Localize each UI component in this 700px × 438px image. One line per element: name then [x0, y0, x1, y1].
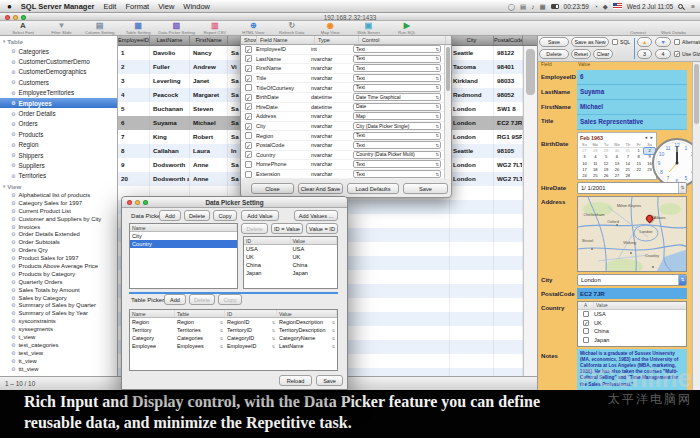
control-dropdown[interactable]: Date⇅ [353, 103, 441, 111]
menu-format[interactable]: Format [125, 0, 149, 13]
sidebar-item-order-details-extended[interactable]: ⚙Order Details Extended [0, 231, 117, 239]
grid-scrollbar[interactable] [523, 46, 537, 376]
sidebar-item-categories[interactable]: ⚙Categories [0, 46, 117, 56]
sidebar-item-products[interactable]: ⚙Products [0, 129, 117, 139]
table-setting-button[interactable]: ▦Table Setting [119, 21, 157, 35]
prev-record-button[interactable]: ▲ [637, 37, 652, 47]
disclosure-triangle-icon[interactable]: ▾ [3, 184, 5, 189]
web-server-button[interactable]: ▣Web Server [350, 21, 388, 35]
menu-edit[interactable]: Edit [104, 0, 117, 13]
sidebar-item-sales-totals-by-amount[interactable]: ⚙Sales Totals by Amount [0, 286, 117, 294]
country-checkbox[interactable]: ✓ [583, 320, 589, 326]
column-header-city[interactable]: City [450, 36, 494, 45]
clear-and-save-button[interactable]: Clear And Save [298, 183, 343, 194]
sidebar-item-alphabetical-list-of-products[interactable]: ⚙Alphabetical list of products [0, 191, 117, 199]
picker-row-city[interactable]: City [130, 232, 237, 240]
table-picker-add-button[interactable]: Add [164, 294, 186, 305]
picker-add-button[interactable]: Add [159, 210, 181, 221]
calendar-day[interactable] [633, 173, 644, 179]
sidebar-item-invoices[interactable]: ⚙Invoices [0, 223, 117, 231]
table-picker-delete-button[interactable]: Delete [189, 294, 215, 305]
dialog-titlebar[interactable]: Data Picker Setting [122, 197, 347, 208]
dialog-minimize-button[interactable] [135, 200, 140, 205]
sidebar-item-customerdemographics[interactable]: ⚙CustomerDemographics [0, 67, 117, 77]
sidebar-item-orders-qry[interactable]: ⚙Orders Qry [0, 246, 117, 254]
hire-date-stepper-icon[interactable]: ⇅ [678, 183, 686, 193]
show-checkbox[interactable] [245, 161, 252, 168]
picker-delete-button[interactable]: Delete [184, 210, 210, 221]
city-dropdown-arrows-icon[interactable]: ⇅ [678, 275, 686, 285]
sidebar-item-suppliers[interactable]: ⚙Suppliers [0, 160, 117, 170]
sidebar-item-summary-of-sales-by-quarter[interactable]: ⚙Summary of Sales by Quarter [0, 302, 117, 310]
spotlight-search-icon[interactable] [678, 4, 683, 9]
show-checkbox[interactable]: ✓ [245, 142, 252, 149]
show-checkbox[interactable]: ✓ [245, 103, 252, 110]
html-view-button[interactable]: ⊕HTML View [234, 21, 272, 35]
sidebar-item-sales-by-category[interactable]: ⚙Sales by Category [0, 294, 117, 302]
menu-clock[interactable]: Wed 2 Jul 11:05 [627, 3, 673, 10]
sidebar-item-products-by-category[interactable]: ⚙Products by Category [0, 270, 117, 278]
column-setting-scrollbar[interactable] [444, 45, 451, 179]
sidebar-item-customercustomerdemo[interactable]: ⚙CustomerCustomerDemo [0, 56, 117, 66]
value-row[interactable]: UKUK [244, 253, 337, 261]
table-picker-popup[interactable]: Territories⇅ [175, 327, 225, 333]
table-picker-copy-button[interactable]: Copy [218, 294, 242, 305]
show-checkbox[interactable]: ✓ [245, 46, 252, 53]
table-picker-popup[interactable]: CategoryID⇅ [225, 335, 277, 341]
sidebar-item-territories[interactable]: ⚙Territories [0, 171, 117, 181]
display-icon[interactable]: ▦ [539, 0, 545, 13]
table-picker-popup[interactable]: Region⇅ [175, 319, 225, 325]
apple-menu-icon[interactable]: ● [7, 0, 12, 13]
add-value-button[interactable]: Add Value [241, 210, 279, 221]
sidebar-item-products-above-average-price[interactable]: ⚙Products Above Average Price [0, 262, 117, 270]
app-menu[interactable]: SQL Server Manager [21, 0, 95, 13]
table-picker-popup[interactable]: Categories⇅ [175, 335, 225, 341]
alternative-checkbox[interactable]: Alternati [674, 39, 700, 45]
show-checkbox[interactable] [245, 84, 252, 91]
control-dropdown[interactable]: Text⇅ [353, 64, 441, 72]
table-picker-popup[interactable]: EmployeeID⇅ [225, 343, 277, 349]
input-language-flag-icon[interactable] [613, 3, 622, 9]
menu-window[interactable]: Window [183, 0, 210, 13]
export-csv-button[interactable]: ▥Export CSV [196, 21, 234, 35]
show-checkbox[interactable]: ✓ [245, 94, 252, 101]
show-checkbox[interactable] [245, 132, 252, 139]
sidebar-item-t-view[interactable]: ⚙t_view [0, 333, 117, 341]
value-row[interactable]: ChinaChina [244, 261, 337, 269]
data-picker-button[interactable]: ▧Data Picker Setting [158, 21, 196, 35]
show-checkbox[interactable]: ✓ [245, 55, 252, 62]
country-checkbox[interactable] [583, 337, 589, 343]
status-icon-2[interactable]: ▤ [520, 0, 526, 13]
control-dropdown[interactable]: Text⇅ [353, 84, 441, 92]
sidebar-item-tt-view[interactable]: ⚙tt_view [0, 357, 117, 365]
show-checkbox[interactable]: ✓ [245, 65, 252, 72]
sidebar-item-shippers[interactable]: ⚙Shippers [0, 150, 117, 160]
table-picker-popup[interactable]: LastName⇅ [277, 343, 337, 349]
sidebar-item-product-sales-for-1997[interactable]: ⚙Product Sales for 1997 [0, 254, 117, 262]
dialog-zoom-button[interactable] [143, 200, 148, 205]
sidebar-item-syssegments[interactable]: ⚙syssegments [0, 325, 117, 333]
alternative-checkbox-box[interactable] [674, 39, 680, 45]
battery-icon[interactable] [551, 4, 559, 9]
show-checkbox[interactable]: ✓ [245, 151, 252, 158]
add-values-button[interactable]: Add Values ... [294, 210, 338, 221]
load-defaults-button[interactable]: Load Defaults [347, 183, 399, 194]
sql-checkbox[interactable]: SQL [612, 39, 630, 45]
toolbar-item-connect[interactable]: Connect [630, 30, 646, 35]
run-sql-button[interactable]: ▶Run SQL [388, 21, 426, 35]
sidebar-item-summary-of-sales-by-year[interactable]: ⚙Summary of Sales by Year [0, 309, 117, 317]
delete-record-button[interactable]: Delete [539, 49, 569, 59]
sidebar-item-region[interactable]: ⚙Region [0, 140, 117, 150]
show-checkbox[interactable]: ✓ [245, 75, 252, 82]
dialog-save-button[interactable]: Save [316, 375, 343, 386]
country-checkbox[interactable] [583, 328, 589, 334]
sidebar-item-customer-and-suppliers-by-city[interactable]: ⚙Customer and Suppliers by City [0, 215, 117, 223]
control-dropdown[interactable]: Country (Data Picker Multi)⇅ [353, 151, 441, 159]
sidebar-item-employees[interactable]: ⚙Employees [0, 98, 117, 108]
page-4-button[interactable]: 4 [655, 49, 671, 59]
column-setting-scrollbar-thumb[interactable] [446, 47, 450, 91]
sidebar-item-test-categories[interactable]: ⚙test_categories [0, 341, 117, 349]
table-picker-popup[interactable]: RegionID⇅ [225, 319, 277, 325]
font-button[interactable]: ASelect Font [4, 21, 42, 35]
grid-scrollbar-thumb[interactable] [526, 49, 535, 95]
